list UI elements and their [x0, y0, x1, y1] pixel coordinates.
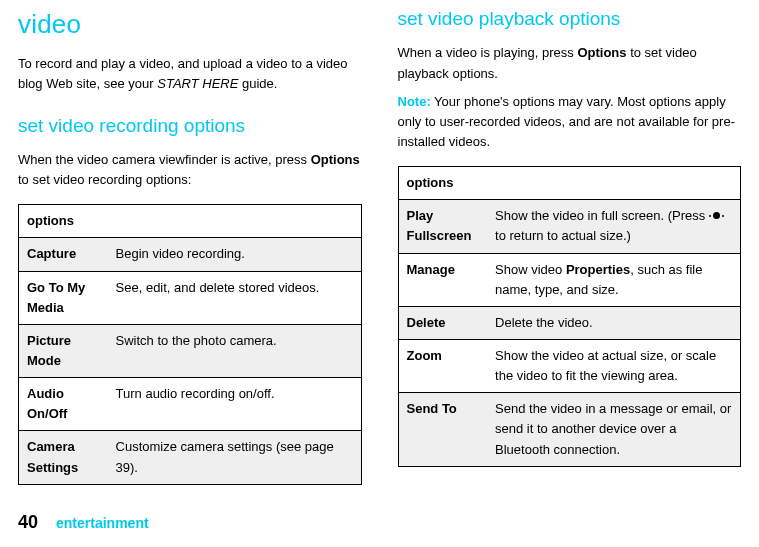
- table-row: Play Fullscreen Show the video in full s…: [398, 200, 741, 253]
- option-name: Go To My Media: [27, 280, 85, 315]
- page-number: 40: [18, 509, 38, 537]
- option-name: Picture Mode: [27, 333, 71, 368]
- table-row: Delete Delete the video.: [398, 306, 741, 339]
- table-header: options: [19, 205, 362, 238]
- recording-options-body: When the video camera viewfinder is acti…: [18, 150, 362, 190]
- recording-options-table: options Capture Begin video recording. G…: [18, 204, 362, 484]
- right-column: set video playback options When a video …: [398, 4, 742, 501]
- playback-options-table: options Play Fullscreen Show the video i…: [398, 166, 742, 467]
- desc-after: to return to actual size.): [495, 228, 631, 243]
- option-name: Play Fullscreen: [407, 208, 472, 243]
- option-desc: Show video Properties, such as file name…: [487, 253, 740, 306]
- playback-note: Note: Your phone's options may vary. Mos…: [398, 92, 742, 152]
- option-desc: Turn audio recording on/off.: [108, 378, 361, 431]
- desc-before: Show the video in full screen. (Press: [495, 208, 709, 223]
- table-row: Picture Mode Switch to the photo camera.: [19, 324, 362, 377]
- option-name: Audio On/Off: [27, 386, 67, 421]
- option-desc: Show the video in full screen. (Press to…: [487, 200, 740, 253]
- center-key-icon: [709, 208, 724, 223]
- option-desc: Begin video recording.: [108, 238, 361, 271]
- note-label: Note:: [398, 94, 431, 109]
- start-here-guide: START HERE: [157, 76, 238, 91]
- section-label: entertainment: [56, 513, 149, 535]
- page-footer: 40 entertainment: [18, 501, 741, 537]
- desc-before: Show video: [495, 262, 566, 277]
- video-intro: To record and play a video, and upload a…: [18, 54, 362, 94]
- option-desc: Switch to the photo camera.: [108, 324, 361, 377]
- option-desc: Delete the video.: [487, 306, 740, 339]
- video-title: video: [18, 4, 362, 44]
- option-name: Send To: [407, 401, 457, 416]
- table-header: options: [398, 167, 741, 200]
- options-softkey: Options: [311, 152, 360, 167]
- properties-label: Properties: [566, 262, 630, 277]
- option-desc: Customize camera settings (see page 39).: [108, 431, 361, 484]
- option-name: Delete: [407, 315, 446, 330]
- option-desc: Send the video in a message or email, or…: [487, 393, 740, 466]
- pb-body-before: When a video is playing, press: [398, 45, 578, 60]
- table-row: Manage Show video Properties, such as fi…: [398, 253, 741, 306]
- options-softkey: Options: [577, 45, 626, 60]
- rec-body-after: to set video recording options:: [18, 172, 191, 187]
- option-name: Manage: [407, 262, 455, 277]
- note-text: Your phone's options may vary. Most opti…: [398, 94, 735, 149]
- table-row: Camera Settings Customize camera setting…: [19, 431, 362, 484]
- table-row: Capture Begin video recording.: [19, 238, 362, 271]
- table-row: Zoom Show the video at actual size, or s…: [398, 339, 741, 392]
- intro-text-after: guide.: [238, 76, 277, 91]
- recording-options-title: set video recording options: [18, 111, 362, 140]
- playback-options-title: set video playback options: [398, 4, 742, 33]
- option-name: Capture: [27, 246, 76, 261]
- playback-options-body: When a video is playing, press Options t…: [398, 43, 742, 83]
- table-row: Go To My Media See, edit, and delete sto…: [19, 271, 362, 324]
- option-name: Camera Settings: [27, 439, 78, 474]
- option-name: Zoom: [407, 348, 442, 363]
- table-row: Send To Send the video in a message or e…: [398, 393, 741, 466]
- option-desc: See, edit, and delete stored videos.: [108, 271, 361, 324]
- rec-body-before: When the video camera viewfinder is acti…: [18, 152, 311, 167]
- table-row: Audio On/Off Turn audio recording on/off…: [19, 378, 362, 431]
- option-desc: Show the video at actual size, or scale …: [487, 339, 740, 392]
- left-column: video To record and play a video, and up…: [18, 4, 362, 501]
